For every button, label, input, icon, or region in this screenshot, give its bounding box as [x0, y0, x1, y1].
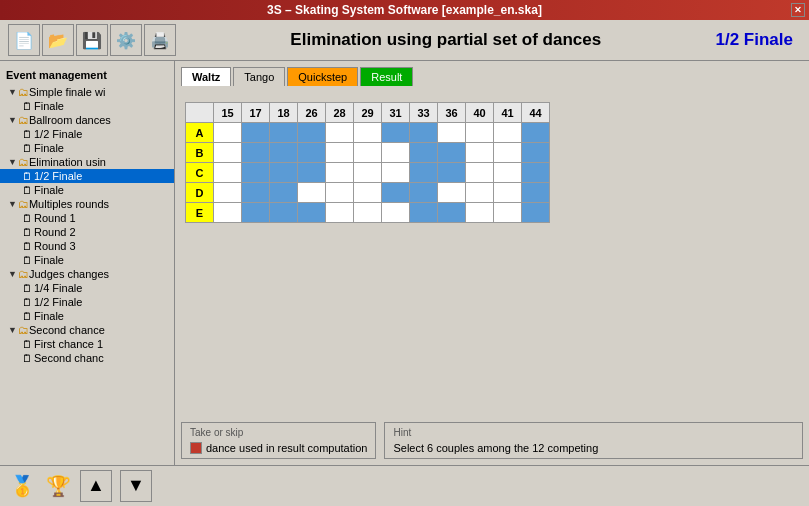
settings-button[interactable]: ⚙️ — [110, 24, 142, 56]
grid-cell[interactable] — [410, 123, 438, 143]
tab-waltz[interactable]: Waltz — [181, 67, 231, 86]
grid-cell[interactable] — [522, 203, 550, 223]
print-button[interactable]: 🖨️ — [144, 24, 176, 56]
grid-cell[interactable] — [242, 163, 270, 183]
grid-cell[interactable] — [270, 203, 298, 223]
sidebar-item-simple-finale-wi[interactable]: ▼ 🗂 Simple finale wi — [0, 85, 174, 99]
grid-cell[interactable] — [382, 123, 410, 143]
grid-cell[interactable] — [494, 183, 522, 203]
col-header-28[interactable]: 28 — [326, 103, 354, 123]
col-header-31[interactable]: 31 — [382, 103, 410, 123]
grid-cell[interactable] — [298, 163, 326, 183]
grid-cell[interactable] — [466, 143, 494, 163]
grid-cell[interactable] — [382, 143, 410, 163]
col-header-40[interactable]: 40 — [466, 103, 494, 123]
grid-cell[interactable] — [298, 183, 326, 203]
grid-cell[interactable] — [242, 123, 270, 143]
sidebar-item-elim-half[interactable]: 🗒 1/2 Finale — [0, 169, 174, 183]
open-button[interactable]: 📂 — [42, 24, 74, 56]
grid-cell[interactable] — [522, 163, 550, 183]
grid-cell[interactable] — [438, 183, 466, 203]
grid-cell[interactable] — [214, 203, 242, 223]
grid-cell[interactable] — [270, 123, 298, 143]
sidebar-item-round2[interactable]: 🗒 Round 2 — [0, 225, 174, 239]
grid-cell[interactable] — [270, 143, 298, 163]
sidebar-item-elimination[interactable]: ▼ 🗂 Elimination usin — [0, 155, 174, 169]
grid-cell[interactable] — [466, 123, 494, 143]
col-header-44[interactable]: 44 — [522, 103, 550, 123]
grid-cell[interactable] — [326, 203, 354, 223]
grid-cell[interactable] — [438, 203, 466, 223]
sidebar-item-round1[interactable]: 🗒 Round 1 — [0, 211, 174, 225]
grid-cell[interactable] — [382, 183, 410, 203]
grid-cell[interactable] — [326, 123, 354, 143]
col-header-26[interactable]: 26 — [298, 103, 326, 123]
grid-cell[interactable] — [354, 143, 382, 163]
sidebar-item-multi-finale[interactable]: 🗒 Finale — [0, 253, 174, 267]
grid-cell[interactable] — [494, 123, 522, 143]
grid-cell[interactable] — [438, 143, 466, 163]
grid-cell[interactable] — [410, 163, 438, 183]
save-button[interactable]: 💾 — [76, 24, 108, 56]
grid-cell[interactable] — [242, 203, 270, 223]
col-header-18[interactable]: 18 — [270, 103, 298, 123]
grid-cell[interactable] — [438, 163, 466, 183]
grid-cell[interactable] — [494, 203, 522, 223]
sidebar-item-second-chance1[interactable]: 🗒 Second chanc — [0, 351, 174, 365]
grid-cell[interactable] — [298, 123, 326, 143]
grid-cell[interactable] — [326, 143, 354, 163]
grid-cell[interactable] — [354, 183, 382, 203]
grid-cell[interactable] — [354, 123, 382, 143]
new-button[interactable]: 📄 — [8, 24, 40, 56]
grid-cell[interactable] — [270, 163, 298, 183]
grid-cell[interactable] — [354, 163, 382, 183]
sidebar-item-judges-quarter[interactable]: 🗒 1/4 Finale — [0, 281, 174, 295]
sidebar-item-judges-finale[interactable]: 🗒 Finale — [0, 309, 174, 323]
grid-cell[interactable] — [298, 143, 326, 163]
grid-cell[interactable] — [242, 183, 270, 203]
close-button[interactable]: ✕ — [791, 3, 805, 17]
col-header-17[interactable]: 17 — [242, 103, 270, 123]
col-header-15[interactable]: 15 — [214, 103, 242, 123]
grid-cell[interactable] — [466, 163, 494, 183]
grid-cell[interactable] — [438, 123, 466, 143]
grid-cell[interactable] — [522, 143, 550, 163]
sidebar-item-elim-finale[interactable]: 🗒 Finale — [0, 183, 174, 197]
grid-cell[interactable] — [382, 163, 410, 183]
sidebar-item-ballroom-finale[interactable]: 🗒 Finale — [0, 141, 174, 155]
grid-cell[interactable] — [466, 203, 494, 223]
grid-cell[interactable] — [494, 143, 522, 163]
col-header-41[interactable]: 41 — [494, 103, 522, 123]
grid-cell[interactable] — [214, 183, 242, 203]
grid-cell[interactable] — [326, 183, 354, 203]
tab-quickstep[interactable]: Quickstep — [287, 67, 358, 86]
col-header-29[interactable]: 29 — [354, 103, 382, 123]
grid-cell[interactable] — [494, 163, 522, 183]
grid-cell[interactable] — [466, 183, 494, 203]
grid-cell[interactable] — [522, 123, 550, 143]
sidebar-item-multiples[interactable]: ▼ 🗂 Multiples rounds — [0, 197, 174, 211]
grid-cell[interactable] — [354, 203, 382, 223]
grid-cell[interactable] — [410, 143, 438, 163]
grid-cell[interactable] — [214, 123, 242, 143]
grid-cell[interactable] — [242, 143, 270, 163]
sidebar-item-ballroom[interactable]: ▼ 🗂 Ballroom dances — [0, 113, 174, 127]
grid-cell[interactable] — [298, 203, 326, 223]
grid-cell[interactable] — [214, 163, 242, 183]
sidebar-item-ballroom-half[interactable]: 🗒 1/2 Finale — [0, 127, 174, 141]
sidebar-item-round3[interactable]: 🗒 Round 3 — [0, 239, 174, 253]
grid-cell[interactable] — [522, 183, 550, 203]
grid-cell[interactable] — [410, 203, 438, 223]
up-button[interactable]: ▲ — [80, 470, 112, 502]
grid-cell[interactable] — [326, 163, 354, 183]
sidebar-item-second-chance[interactable]: ▼ 🗂 Second chance — [0, 323, 174, 337]
grid-cell[interactable] — [410, 183, 438, 203]
sidebar-item-first-chance1[interactable]: 🗒 First chance 1 — [0, 337, 174, 351]
sidebar-item-finale-1[interactable]: 🗒 Finale — [0, 99, 174, 113]
col-header-36[interactable]: 36 — [438, 103, 466, 123]
grid-cell[interactable] — [382, 203, 410, 223]
tab-tango[interactable]: Tango — [233, 67, 285, 86]
grid-cell[interactable] — [214, 143, 242, 163]
col-header-33[interactable]: 33 — [410, 103, 438, 123]
sidebar-item-judges-half[interactable]: 🗒 1/2 Finale — [0, 295, 174, 309]
